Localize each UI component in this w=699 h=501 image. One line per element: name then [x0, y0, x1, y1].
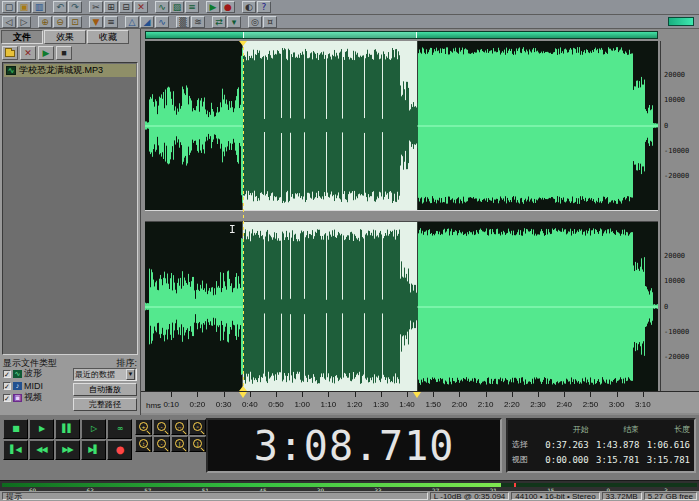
amplitude-tick-label: 10000	[664, 278, 685, 285]
timeline-unit-label: hms	[146, 401, 161, 410]
timeline-tick-label: 3:10	[635, 400, 651, 409]
amplitude-tick-label: 20000	[664, 253, 685, 260]
timeline-tick-label: 1:40	[399, 400, 415, 409]
timeline-tick-label: 0:50	[268, 400, 284, 409]
magnifier-icon: [	[175, 439, 184, 448]
timeline-tick	[302, 392, 303, 397]
filetype-midi-checkbox[interactable]: ✓♪MIDI	[3, 380, 43, 391]
view-length-value: 3:15.781	[643, 455, 690, 465]
zoom-in-vertical-button[interactable]: ↕	[135, 436, 152, 452]
full-path-button[interactable]: 完整路径	[73, 398, 137, 411]
scroll-left-button[interactable]: ◁	[2, 16, 16, 28]
timeline-tick-label: 1:50	[425, 400, 441, 409]
go-to-start-button[interactable]: ▌◀	[3, 440, 28, 460]
help-button[interactable]: ?	[257, 1, 271, 13]
undo-button[interactable]: ↶	[53, 1, 67, 13]
waveform-display[interactable]: I	[145, 41, 658, 391]
play-loop-button[interactable]: ∞	[107, 419, 132, 439]
save-file-button[interactable]: ▥	[32, 1, 46, 13]
scroll-right-button[interactable]: ▷	[17, 16, 31, 28]
timeline-tick	[459, 392, 460, 397]
zoom-out-button[interactable]: ⊖	[53, 16, 67, 28]
timeline-tick-label: 1:10	[321, 400, 337, 409]
waveform-view-button[interactable]: ∿	[155, 1, 169, 13]
play-to-end-button[interactable]: ▷	[81, 419, 106, 439]
stop-file-button[interactable]: ■	[56, 46, 72, 60]
level-meter[interactable]: -69-63-57-51-45-39-33-27-21-15-9-3	[0, 480, 699, 491]
record-button[interactable]: ●	[221, 1, 235, 13]
new-file-button[interactable]: ▢	[2, 1, 16, 13]
overview-bar[interactable]	[145, 31, 658, 39]
timeline-selection-marker	[413, 392, 421, 398]
toolbar-separator	[149, 1, 154, 13]
file-list[interactable]: ∿学校恐龙满城观.MP3	[2, 62, 138, 355]
selection-view-panel: 开始 结束 长度 选择 0:37.263 1:43.878 1:06.616 视…	[506, 418, 696, 473]
record-button[interactable]: ●	[107, 440, 132, 460]
go-to-end-button[interactable]: ▶▌	[81, 440, 106, 460]
timeline-tick-label: 1:20	[347, 400, 363, 409]
redo-button[interactable]: ↷	[68, 1, 82, 13]
amplify-button[interactable]: △	[125, 16, 139, 28]
zoom-out-vertical-button[interactable]: -	[153, 436, 170, 452]
paste-button[interactable]: ⊟	[119, 1, 133, 13]
preferences-button[interactable]: ¤	[263, 16, 277, 28]
chevron-down-icon: ▼	[126, 369, 135, 380]
marker-add-button[interactable]: ▼	[89, 16, 103, 28]
amplitude-ruler[interactable]: 20000100000-10000-2000020000100000-10000…	[660, 41, 699, 391]
spectral-view-button[interactable]: ▨	[170, 1, 184, 13]
time-display: 3:08.710	[206, 418, 502, 473]
filetype-waveform-checkbox[interactable]: ✓∿波形	[3, 368, 43, 379]
play-button[interactable]: ▶	[206, 1, 220, 13]
delete-button[interactable]: ✕	[134, 1, 148, 13]
convert-sample-type-button[interactable]: ⇄	[212, 16, 226, 28]
noise-reduction-button[interactable]: ▒	[176, 16, 190, 28]
zoom-selection-button[interactable]: ⊡	[68, 16, 82, 28]
play-file-button[interactable]: ▶	[38, 46, 54, 60]
zoom-full-button[interactable]: ↔	[171, 419, 188, 435]
zoom-out-button[interactable]: -	[153, 419, 170, 435]
autoplay-button[interactable]: 自动播放	[73, 383, 137, 396]
eq-button[interactable]: ≋	[191, 16, 205, 28]
play-button[interactable]: ▶	[29, 419, 54, 439]
fast-forward-button[interactable]: ▶▶	[55, 440, 80, 460]
status-freespace: 5.27 GB free	[644, 492, 697, 500]
open-file-button[interactable]	[2, 46, 18, 60]
zoom-selection-button[interactable]: ▫	[189, 419, 206, 435]
stop-button[interactable]: ■	[3, 419, 28, 439]
sort-dropdown[interactable]: 最近的数据 ▼	[73, 368, 137, 381]
timeline-tick	[617, 392, 618, 397]
waveform-canvas[interactable]	[145, 41, 658, 391]
filetype-video-checkbox[interactable]: ✓▣视频	[3, 392, 43, 403]
copy-button[interactable]: ⊞	[104, 1, 118, 13]
selection-start-value: 0:37.263	[542, 440, 589, 450]
multitrack-view-button[interactable]: ≡	[185, 1, 199, 13]
toolbar-separator	[119, 16, 124, 28]
rewind-button[interactable]: ◀◀	[29, 440, 54, 460]
magnifier-icon: ▫	[193, 422, 202, 431]
timeline-tick-label: 2:30	[530, 400, 546, 409]
tab-files[interactable]: 文件	[1, 30, 43, 44]
organizer-panel: 文件效果收藏 ✕▶■ ∿学校恐龙满城观.MP3 显示文件类型 排序: ✓∿波形✓…	[0, 29, 141, 415]
tab-effects[interactable]: 效果	[44, 30, 86, 44]
timeline-ruler[interactable]: hms 0:100:200:300:400:501:001:101:201:30…	[141, 391, 699, 413]
mixdown-button[interactable]: ▾	[227, 16, 241, 28]
list-item[interactable]: ∿学校恐龙满城观.MP3	[4, 64, 136, 77]
checkbox-label: MIDI	[24, 381, 43, 391]
status-level: L -10dB @ 0:35.094	[430, 492, 509, 500]
cd-burn-button[interactable]: ◎	[248, 16, 262, 28]
zoom-right-edge-button[interactable]: ]	[189, 436, 206, 452]
properties-button[interactable]: ◐	[242, 1, 256, 13]
timeline-tick-label: 1:30	[373, 400, 389, 409]
zoom-in-button[interactable]: ⊕	[38, 16, 52, 28]
cut-button[interactable]: ✂	[89, 1, 103, 13]
pause-button[interactable]: ▌▌	[55, 419, 80, 439]
marker-list-button[interactable]: ≡	[104, 16, 118, 28]
close-file-button[interactable]: ✕	[20, 46, 36, 60]
zoom-in-button[interactable]: +	[135, 419, 152, 435]
fade-button[interactable]: ◢	[140, 16, 154, 28]
tab-favorites[interactable]: 收藏	[87, 30, 129, 44]
open-file-button[interactable]: ▣	[17, 1, 31, 13]
timeline-tick	[590, 392, 591, 397]
zoom-left-edge-button[interactable]: [	[171, 436, 188, 452]
normalize-button[interactable]: ∿	[155, 16, 169, 28]
